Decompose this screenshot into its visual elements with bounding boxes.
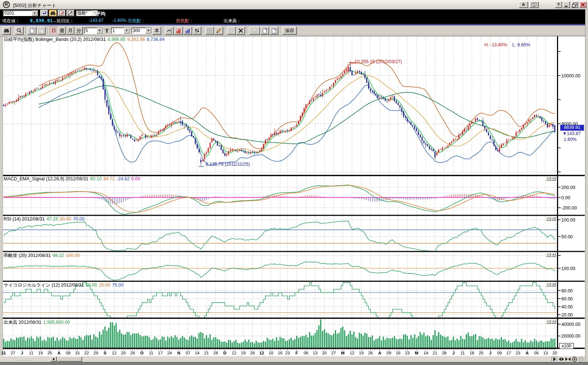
- binoculars-icon-button[interactable]: [2, 27, 11, 35]
- svg-text:D: D: [223, 351, 226, 355]
- submit-symbol-button[interactable]: [40, 10, 48, 16]
- splitter-grip[interactable]: [12, 358, 38, 360]
- change-label: →前日比：: [52, 18, 74, 24]
- page-up-icon: [262, 28, 268, 34]
- search-symbol-button[interactable]: [49, 10, 57, 16]
- svg-text:20000.00: 20000.00: [561, 334, 580, 339]
- period-minute-button[interactable]: 分: [75, 27, 83, 35]
- red-bars-button[interactable]: [174, 27, 183, 35]
- svg-text:N: N: [177, 351, 180, 355]
- period-week-button[interactable]: 週: [58, 27, 66, 35]
- expand-icon[interactable]: [558, 357, 564, 362]
- save-button[interactable]: 保存: [282, 27, 297, 35]
- blue-bars-button[interactable]: [183, 27, 192, 35]
- icon-close: [580, 2, 586, 8]
- svg-text:27: 27: [11, 351, 15, 355]
- high-annotation: 10,255.15 (2012/03/27): [355, 59, 402, 64]
- svg-text:21: 21: [204, 351, 209, 355]
- edit-list-button[interactable]: [58, 10, 66, 16]
- eraser-icon: [229, 28, 235, 34]
- rsi-panel-close-button[interactable]: ×: [551, 217, 556, 221]
- volume-unit-label: x100: [559, 343, 574, 349]
- kairi-panel-minimize-button[interactable]: －: [546, 253, 551, 257]
- svg-text:100.00: 100.00: [561, 266, 575, 271]
- svg-text:21: 21: [433, 351, 437, 355]
- change-pct-value: -1.60%: [112, 18, 126, 23]
- x-mark-icon: [238, 28, 244, 34]
- volume-panel-header: 出来高 2012/08/311,585,650.00: [4, 319, 72, 326]
- new-chart-button[interactable]: [28, 27, 36, 35]
- svg-text:S: S: [104, 351, 107, 355]
- scroll-left-button[interactable]: [50, 357, 57, 362]
- svg-text:J: J: [21, 351, 23, 355]
- copy-window-button[interactable]: [529, 1, 539, 8]
- expand-icon: [558, 356, 564, 362]
- line-chart-button[interactable]: [165, 27, 174, 35]
- binoculars-icon: [4, 28, 9, 34]
- draw-button[interactable]: [214, 27, 223, 35]
- restore-button[interactable]: [571, 1, 578, 8]
- zoom-out-icon[interactable]: [578, 357, 584, 362]
- svg-text:100.00: 100.00: [561, 218, 575, 223]
- macd-panel-close-button[interactable]: ×: [551, 177, 556, 181]
- svg-text:15: 15: [75, 351, 80, 355]
- help-button[interactable]: ?: [555, 1, 562, 8]
- scrollbar-thumb[interactable]: [57, 357, 82, 362]
- rsi-panel-minimize-button[interactable]: －: [546, 217, 551, 221]
- svg-text:18: 18: [469, 351, 474, 355]
- high-low-percent: H: -13.80%L: 8.65%: [484, 42, 530, 47]
- binoculars-icon: [50, 10, 56, 16]
- copy-chart-button[interactable]: [37, 27, 46, 35]
- save-template-button[interactable]: [249, 27, 260, 35]
- svg-text:16: 16: [396, 351, 401, 355]
- save-chart-icon: [252, 28, 258, 34]
- svg-text:28: 28: [442, 351, 446, 355]
- tick-interval-select[interactable]: 1▼: [111, 27, 130, 34]
- last-price-badge: 8839.91: [560, 125, 584, 131]
- svg-text:14: 14: [423, 351, 428, 355]
- collapse-icon[interactable]: [565, 357, 571, 362]
- bar-count-select[interactable]: 300▼: [131, 27, 152, 34]
- svg-text:19: 19: [241, 351, 246, 355]
- instrument-name: 日経平均: [86, 11, 105, 17]
- volume-panel-minimize-button[interactable]: －: [546, 320, 551, 324]
- kairi-panel-close-button[interactable]: ×: [551, 253, 556, 257]
- psych-panel-close-button[interactable]: ×: [551, 283, 556, 287]
- svg-text:06: 06: [303, 351, 308, 355]
- scroll-right-icon[interactable]: [551, 357, 558, 362]
- bars-unit-button[interactable]: 本: [152, 27, 161, 35]
- svg-text:17: 17: [158, 351, 163, 355]
- font-button[interactable]: A: [519, 1, 528, 8]
- psych-panel-minimize-button[interactable]: －: [546, 283, 551, 287]
- erase-button[interactable]: [227, 27, 236, 35]
- clear-button[interactable]: [66, 10, 74, 16]
- last-price-change: ▼143.87: [559, 131, 584, 136]
- macd-panel-minimize-button[interactable]: －: [546, 177, 551, 181]
- svg-text:M: M: [341, 351, 345, 355]
- enter-icon: [41, 10, 47, 16]
- svg-text:A: A: [378, 351, 381, 355]
- delete-button[interactable]: [236, 27, 245, 35]
- sort-arrows-button[interactable]: [193, 27, 201, 35]
- close-button[interactable]: [579, 1, 587, 8]
- minimize-button[interactable]: [563, 1, 570, 8]
- svg-text:20: 20: [553, 351, 557, 355]
- new-page-icon: [29, 28, 35, 34]
- export-button[interactable]: [260, 27, 269, 35]
- grid-button[interactable]: [205, 27, 214, 35]
- svg-text:29: 29: [93, 351, 98, 355]
- svg-text:-200.00: -200.00: [561, 205, 577, 211]
- volume-panel-close-button[interactable]: ×: [551, 320, 556, 324]
- period-day-button[interactable]: 日: [50, 27, 58, 35]
- zoom-in-icon[interactable]: [571, 357, 577, 362]
- bid-label: 買気配：: [176, 18, 193, 24]
- svg-text:50.00: 50.00: [561, 234, 573, 239]
- svg-text:F: F: [295, 351, 298, 355]
- zoom-button[interactable]: [15, 27, 24, 35]
- analysis-chart-window: R [5002] 分析チャート A? 0101▼指数*▼日経平均 現在値：8,8…: [0, 0, 588, 365]
- minute-interval-select[interactable]: 5▼: [84, 27, 103, 34]
- period-month-button[interactable]: 月: [66, 27, 74, 35]
- symbol-code-input[interactable]: 0101▼: [3, 10, 38, 16]
- print-button[interactable]: P: [270, 27, 278, 35]
- chevron-down-icon[interactable]: ▼: [32, 11, 38, 16]
